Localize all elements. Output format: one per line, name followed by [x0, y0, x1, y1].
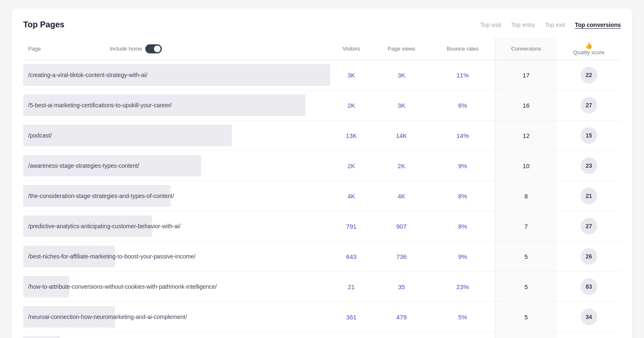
page-views-cell: 479 [372, 302, 430, 332]
table-row: /blog/ 5821K10%424 [23, 332, 621, 338]
visitors-cell: 3K [330, 60, 373, 90]
visitors-cell: 21 [330, 272, 373, 302]
visitors-cell: 582 [330, 332, 373, 338]
quality-score-cell: 27 [557, 90, 621, 121]
col-bounce-rates: Bounce rates [430, 38, 495, 60]
pages-table: Page Include home Visitors Page views Bo… [23, 38, 621, 338]
visitors-cell: 2K [330, 90, 373, 121]
page-views-cell: 3K [372, 90, 430, 121]
tab-top-conversions[interactable]: Top conversions [575, 22, 621, 28]
quality-badge: 21 [581, 188, 597, 204]
table-row: /podcast/ 13K14K14%1215 [23, 121, 621, 151]
bounce-rate-cell: 9% [430, 241, 495, 272]
col-visitors: Visitors [330, 38, 373, 60]
bounce-rate-cell: 14% [430, 121, 495, 151]
bounce-rate-cell: 8% [430, 181, 495, 211]
page-url: /best-niches-for-affiliate-marketing-to-… [23, 253, 200, 260]
page-views-cell: 907 [372, 211, 430, 241]
page-cell: /5-best-ai-marketing-certifications-to-u… [23, 90, 330, 121]
quality-score-cell: 26 [557, 241, 621, 272]
table-row: /creating-a-viral-tiktok-content-strateg… [23, 60, 621, 90]
col-quality-score: 👍 Quality score [557, 38, 621, 60]
bounce-rate-cell: 10% [430, 332, 495, 338]
quality-score-cell: 34 [557, 302, 621, 332]
quality-badge: 83 [581, 278, 597, 295]
table-row: /the-consideration-stage-strategies-and-… [23, 181, 621, 211]
page-cell: /podcast/ [23, 121, 330, 151]
page-cell: /best-niches-for-affiliate-marketing-to-… [23, 241, 330, 272]
quality-score-cell: 24 [557, 332, 621, 338]
bounce-rate-cell: 5% [430, 302, 495, 332]
quality-score-cell: 23 [557, 151, 621, 181]
page-views-cell: 3K [372, 60, 430, 90]
visitors-cell: 643 [330, 241, 373, 272]
page-url: /creating-a-viral-tiktok-content-strateg… [23, 72, 152, 78]
page-cell: /the-consideration-stage-strategies-and-… [23, 181, 330, 211]
card-title: Top Pages [23, 20, 65, 29]
col-page-views: Page views [372, 38, 430, 60]
quality-score-cell: 15 [557, 121, 621, 151]
page-url: /predictive-analytics-anticipating-custo… [23, 223, 185, 229]
table-row: /awareness-stage-strategies-types-conten… [23, 151, 621, 181]
quality-score-cell: 22 [557, 60, 621, 90]
page-cell: /awareness-stage-strategies-types-conten… [23, 151, 330, 181]
table-row: /predictive-analytics-anticipating-custo… [23, 211, 621, 241]
quality-badge: 27 [581, 97, 597, 113]
quality-score-cell: 83 [557, 272, 621, 302]
table-container: Page Include home Visitors Page views Bo… [23, 38, 621, 338]
quality-badge: 27 [581, 218, 597, 234]
table-row: /5-best-ai-marketing-certifications-to-u… [23, 90, 621, 121]
visitors-cell: 4K [330, 181, 373, 211]
table-row: /neuroai-connection-how-neuromarketing-a… [23, 302, 621, 332]
conversions-cell: 12 [495, 121, 557, 151]
visitors-cell: 2K [330, 151, 373, 181]
bounce-rate-cell: 23% [430, 272, 495, 302]
page-views-cell: 14K [372, 121, 430, 151]
quality-badge: 15 [581, 127, 597, 144]
quality-score-icon: 👍 [562, 42, 616, 49]
page-url: /neuroai-connection-how-neuromarketing-a… [23, 314, 192, 320]
page-cell: /neuroai-connection-how-neuromarketing-a… [23, 302, 330, 332]
tab-top-visit[interactable]: Top visit [481, 22, 502, 28]
conversions-cell: 5 [495, 302, 557, 332]
tab-top-entry[interactable]: Top entry [511, 22, 535, 28]
col-conversions: Conversions [495, 38, 557, 60]
page-cell: /creating-a-viral-tiktok-content-strateg… [23, 60, 330, 90]
bounce-rate-cell: 11% [430, 60, 495, 90]
col-include-home: Include home [105, 38, 330, 60]
visitors-cell: 361 [330, 302, 373, 332]
bounce-rate-cell: 8% [430, 211, 495, 241]
quality-score-cell: 21 [557, 181, 621, 211]
tab-top-exit[interactable]: Top exit [545, 22, 565, 28]
quality-badge: 26 [581, 248, 597, 265]
table-row: /best-niches-for-affiliate-marketing-to-… [23, 241, 621, 272]
visitors-cell: 791 [330, 211, 373, 241]
conversions-cell: 16 [495, 90, 557, 121]
page-views-cell: 1K [372, 332, 430, 338]
conversions-cell: 8 [495, 181, 557, 211]
table-row: /how-to-attribute-conversions-without-co… [23, 272, 621, 302]
card-header: Top Pages Top visit Top entry Top exit T… [23, 20, 621, 29]
include-home-toggle[interactable] [145, 44, 162, 53]
conversions-cell: 10 [495, 151, 557, 181]
bounce-rate-cell: 9% [430, 151, 495, 181]
page-url: /the-consideration-stage-strategies-and-… [23, 193, 179, 199]
page-views-cell: 736 [372, 241, 430, 272]
page-views-cell: 2K [372, 151, 430, 181]
page-url: /5-best-ai-marketing-certifications-to-u… [23, 102, 177, 109]
top-pages-card: Top Pages Top visit Top entry Top exit T… [12, 8, 632, 338]
conversions-cell: 17 [495, 60, 557, 90]
view-tabs: Top visit Top entry Top exit Top convers… [481, 22, 621, 28]
page-url: /podcast/ [23, 132, 57, 139]
page-url: /how-to-attribute-conversions-without-co… [23, 283, 222, 290]
page-cell: /blog/ [23, 332, 330, 338]
conversions-cell: 4 [495, 332, 557, 338]
quality-score-cell: 27 [557, 211, 621, 241]
quality-badge: 22 [581, 67, 597, 83]
bounce-rate-cell: 6% [430, 90, 495, 121]
quality-badge: 23 [581, 157, 597, 174]
page-cell: /how-to-attribute-conversions-without-co… [23, 272, 330, 302]
conversions-cell: 7 [495, 211, 557, 241]
page-url: /awareness-stage-strategies-types-conten… [23, 162, 144, 169]
table-body: /creating-a-viral-tiktok-content-strateg… [23, 60, 621, 338]
